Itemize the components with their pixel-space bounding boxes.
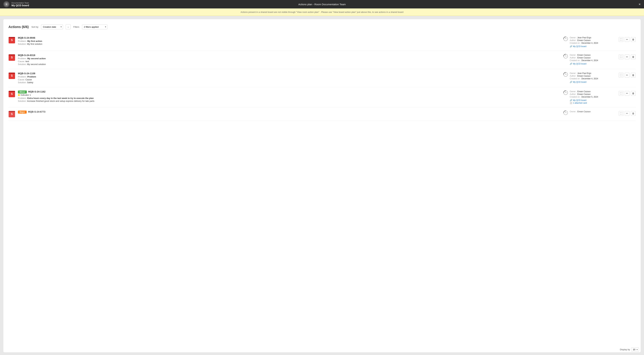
header-title-block: Documentation Team My QCD board xyxy=(12,2,29,7)
board-name: My QCD board xyxy=(12,4,29,7)
action-list: S MQB-S-24-8946 Problem: My first action… xyxy=(8,34,636,121)
delete-button[interactable]: 🗑 xyxy=(631,54,636,59)
action-right-side: Owner : Erwan Cazaux ⛶ ✏ 🗑 xyxy=(563,110,636,116)
author-row: Author : Erwan Cazaux xyxy=(570,75,590,77)
delete-button[interactable]: 🗑 xyxy=(631,37,636,42)
edit-button[interactable]: ✏ xyxy=(625,73,630,78)
edit-button[interactable]: ✏ xyxy=(625,91,630,96)
action-meta: Owner : Jean Paul Ergo Author : Erwan Ca… xyxy=(570,72,617,83)
table-row: S Major MQB-S-24-6773 Owner : Erwan Ca xyxy=(8,107,636,121)
display-by-label: Display by xyxy=(620,348,630,351)
clock-icon xyxy=(563,36,568,41)
action-meta: Owner : Erwan Cazaux Author : Erwan Caza… xyxy=(570,90,617,104)
action-type-icon: S xyxy=(8,111,15,118)
action-controls: ⛶ ✏ 🗑 xyxy=(619,73,636,78)
org-name: Documentation Team xyxy=(12,2,29,4)
link-icon: 🔗 xyxy=(570,99,572,102)
action-content: Major MQB-S-24-6773 xyxy=(18,110,560,114)
delete-button[interactable]: 🗑 xyxy=(631,73,636,78)
board-link[interactable]: 🔗 My QCD board xyxy=(570,81,586,83)
problem-field: Problem: My first action xyxy=(18,40,560,42)
created-row: Created on : December 4, 2024 xyxy=(570,42,598,44)
action-id: MQB-S-24-8318 xyxy=(18,54,35,56)
filter-label: Filters xyxy=(73,26,79,28)
table-row: S MQB-S-24-8318 Problem: My second actio… xyxy=(8,51,636,69)
close-button[interactable]: × xyxy=(638,2,640,6)
page-title: Actions plan - Room Documentation Team xyxy=(298,3,346,6)
filter-select[interactable]: 2 filters applied xyxy=(82,24,108,29)
action-right-side: Owner : Jean Paul Ergo Author : Erwan Ca… xyxy=(563,72,636,83)
edit-button[interactable]: ✏ xyxy=(625,37,630,42)
solution-field: Solution: My first solution xyxy=(18,43,560,45)
expand-button[interactable]: ⛶ xyxy=(619,37,624,42)
expand-button[interactable]: ⛶ xyxy=(619,91,624,96)
delete-button[interactable]: 🗑 xyxy=(631,111,636,116)
action-meta: Owner : Erwan Cazaux Author : Erwan Caza… xyxy=(570,54,617,65)
action-right-side: Owner : Jean Paul Ergo Author : Erwan Ca… xyxy=(563,36,636,48)
display-by-select[interactable]: 10 25 50 xyxy=(631,348,639,352)
action-meta: Owner : Erwan Cazaux xyxy=(570,110,617,113)
card-icon: ⬜ xyxy=(570,102,572,104)
cause-field: Cause: test xyxy=(18,60,560,63)
edit-button[interactable]: ✏ xyxy=(625,54,630,59)
action-content: Minor MQB-S-24-1162 Indicator 1 Problem:… xyxy=(18,90,560,103)
solution-field: Solution: My second solution xyxy=(18,63,560,66)
delete-button[interactable]: 🗑 xyxy=(631,91,636,96)
warning-text: Actions present in a shared board are no… xyxy=(240,11,404,13)
solution-field: Solution: Increase finished good stock a… xyxy=(18,100,560,102)
owner-row: Owner : Jean Paul Ergo xyxy=(570,72,591,74)
owner-row: Owner : Erwan Cazaux xyxy=(570,54,590,56)
action-content: MQB-S-24-8318 Problem: My second action … xyxy=(18,54,560,66)
action-right-side: Owner : Erwan Cazaux Author : Erwan Caza… xyxy=(563,54,636,65)
problem-field: Problem: Problem xyxy=(18,76,560,78)
sort-direction-button[interactable]: ↓ xyxy=(66,24,70,29)
indicator-label: Indicator 1 xyxy=(20,94,31,96)
action-content: MQB-S-24-8946 Problem: My first action S… xyxy=(18,36,560,46)
attached-card-label: 1 attached card xyxy=(573,102,587,104)
main-container: Actions (6/6) Sort by Creation date ↓ Fi… xyxy=(4,19,640,352)
clock-icon xyxy=(563,72,568,77)
sort-label: Sort by xyxy=(32,26,38,28)
severity-badge: Minor xyxy=(18,90,27,94)
cause-field: Cause: Cause xyxy=(18,78,560,81)
expand-button[interactable]: ⛶ xyxy=(619,73,624,78)
sort-select[interactable]: Creation date xyxy=(41,24,63,29)
board-link[interactable]: 🔗 My QCD board xyxy=(570,99,586,102)
expand-button[interactable]: ⛶ xyxy=(619,54,624,59)
action-type-icon: S xyxy=(8,54,15,61)
action-id: MQB-S-24-1162 xyxy=(28,90,46,93)
action-type-icon: S xyxy=(8,72,15,79)
svg-text:S: S xyxy=(6,3,7,6)
action-id: MQB-S-24-8946 xyxy=(18,36,35,39)
edit-button[interactable]: ✏ xyxy=(625,111,630,116)
author-row: Author : Erwan Cazaux xyxy=(570,39,590,42)
actions-title: Actions (6/6) xyxy=(8,25,29,29)
clock-icon xyxy=(563,90,568,95)
expand-button[interactable]: ⛶ xyxy=(619,111,624,116)
link-icon: 🔗 xyxy=(570,45,572,48)
action-id: MQB-S-24-6773 xyxy=(28,110,46,113)
filter-select-wrapper: 2 filters applied xyxy=(82,24,108,29)
author-row: Author : Erwan Cazaux xyxy=(570,93,590,96)
action-meta: Owner : Jean Paul Ergo Author : Erwan Ca… xyxy=(570,36,617,48)
author-row: Author : Erwan Cazaux xyxy=(570,56,590,59)
action-controls: ⛶ ✏ 🗑 xyxy=(619,111,636,116)
severity-badge: Major xyxy=(18,110,27,114)
attached-card-link[interactable]: ⬜ 1 attached card xyxy=(570,102,587,104)
actions-header: Actions (6/6) Sort by Creation date ↓ Fi… xyxy=(8,24,636,29)
owner-row: Owner : Erwan Cazaux xyxy=(570,90,590,93)
action-type-icon: S xyxy=(8,91,15,98)
owner-row: Owner : Erwan Cazaux xyxy=(570,110,590,113)
table-row: S MQB-S-24-1108 Problem: Problem Cause: … xyxy=(8,69,636,87)
created-row: Created on : December 4, 2024 xyxy=(570,78,598,80)
app-logo: S xyxy=(4,1,10,7)
action-controls: ⛶ ✏ 🗑 xyxy=(619,37,636,42)
action-content: MQB-S-24-1108 Problem: Problem Cause: Ca… xyxy=(18,72,560,84)
sort-select-wrapper: Creation date xyxy=(41,24,63,29)
board-link[interactable]: 🔗 My QCD board xyxy=(570,63,586,65)
clock-icon xyxy=(563,54,568,58)
header: S Documentation Team My QCD board Action… xyxy=(0,0,644,8)
board-link[interactable]: 🔗 My QCD board xyxy=(570,45,586,48)
clock-icon xyxy=(563,110,568,115)
action-right-side: Owner : Erwan Cazaux Author : Erwan Caza… xyxy=(563,90,636,104)
